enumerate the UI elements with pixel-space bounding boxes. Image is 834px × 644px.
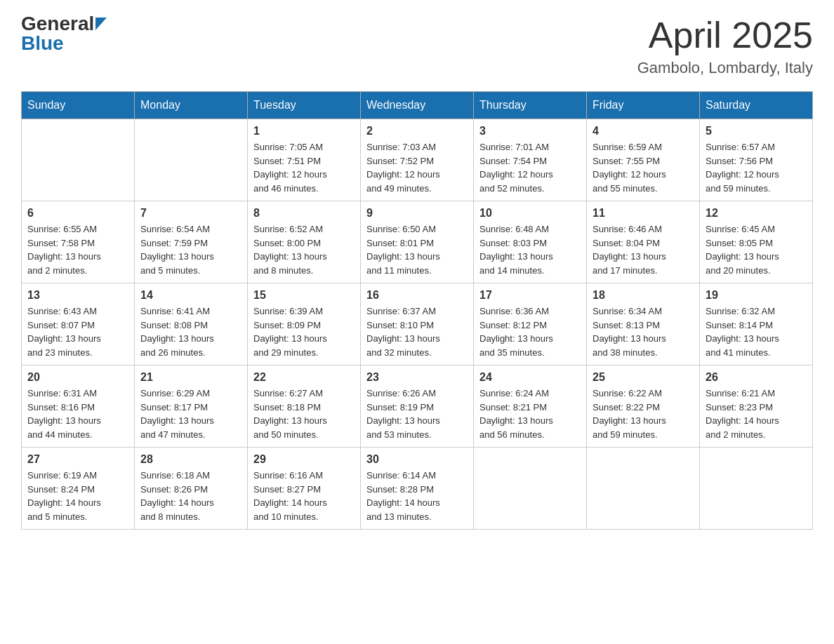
day-info: Sunrise: 6:31 AM Sunset: 8:16 PM Dayligh… bbox=[27, 387, 128, 441]
day-number: 29 bbox=[253, 453, 355, 466]
day-info: Sunrise: 6:16 AM Sunset: 8:27 PM Dayligh… bbox=[253, 469, 355, 523]
calendar-cell: 29Sunrise: 6:16 AM Sunset: 8:27 PM Dayli… bbox=[248, 448, 361, 530]
calendar-cell: 27Sunrise: 6:19 AM Sunset: 8:24 PM Dayli… bbox=[22, 448, 135, 530]
calendar-table: SundayMondayTuesdayWednesdayThursdayFrid… bbox=[21, 91, 813, 530]
day-number: 18 bbox=[593, 289, 694, 302]
day-info: Sunrise: 6:43 AM Sunset: 8:07 PM Dayligh… bbox=[27, 304, 128, 359]
calendar-cell: 14Sunrise: 6:41 AM Sunset: 8:08 PM Dayli… bbox=[135, 283, 248, 365]
calendar-cell: 11Sunrise: 6:46 AM Sunset: 8:04 PM Dayli… bbox=[587, 201, 700, 283]
day-info: Sunrise: 6:14 AM Sunset: 8:28 PM Dayligh… bbox=[366, 469, 468, 523]
weekday-header-thursday: Thursday bbox=[474, 92, 587, 119]
calendar-cell: 25Sunrise: 6:22 AM Sunset: 8:22 PM Dayli… bbox=[587, 365, 700, 448]
day-info: Sunrise: 6:26 AM Sunset: 8:19 PM Dayligh… bbox=[366, 387, 468, 441]
logo-general-text: General bbox=[21, 14, 94, 34]
day-info: Sunrise: 6:18 AM Sunset: 8:26 PM Dayligh… bbox=[140, 469, 241, 523]
day-info: Sunrise: 6:57 AM Sunset: 7:56 PM Dayligh… bbox=[706, 140, 807, 195]
calendar-cell: 7Sunrise: 6:54 AM Sunset: 7:59 PM Daylig… bbox=[135, 201, 248, 283]
weekday-header-saturday: Saturday bbox=[700, 92, 813, 119]
calendar-cell: 24Sunrise: 6:24 AM Sunset: 8:21 PM Dayli… bbox=[474, 365, 587, 448]
calendar-cell: 9Sunrise: 6:50 AM Sunset: 8:01 PM Daylig… bbox=[361, 201, 474, 283]
calendar-cell: 19Sunrise: 6:32 AM Sunset: 8:14 PM Dayli… bbox=[700, 283, 813, 365]
day-info: Sunrise: 6:45 AM Sunset: 8:05 PM Dayligh… bbox=[706, 222, 807, 277]
day-info: Sunrise: 6:48 AM Sunset: 8:03 PM Dayligh… bbox=[479, 222, 581, 277]
day-info: Sunrise: 6:54 AM Sunset: 7:59 PM Dayligh… bbox=[140, 222, 241, 277]
day-number: 22 bbox=[253, 371, 355, 384]
day-number: 25 bbox=[593, 371, 694, 384]
day-number: 30 bbox=[366, 453, 468, 466]
logo: General Blue bbox=[21, 14, 107, 53]
day-number: 9 bbox=[366, 207, 468, 220]
day-info: Sunrise: 6:22 AM Sunset: 8:22 PM Dayligh… bbox=[593, 387, 694, 441]
calendar-subtitle: Gambolo, Lombardy, Italy bbox=[637, 59, 813, 77]
day-number: 10 bbox=[479, 207, 581, 220]
calendar-cell bbox=[22, 119, 135, 201]
calendar-cell: 18Sunrise: 6:34 AM Sunset: 8:13 PM Dayli… bbox=[587, 283, 700, 365]
day-number: 14 bbox=[140, 289, 241, 302]
calendar-week-row: 13Sunrise: 6:43 AM Sunset: 8:07 PM Dayli… bbox=[22, 283, 813, 365]
calendar-week-row: 20Sunrise: 6:31 AM Sunset: 8:16 PM Dayli… bbox=[22, 365, 813, 448]
calendar-cell: 3Sunrise: 7:01 AM Sunset: 7:54 PM Daylig… bbox=[474, 119, 587, 201]
day-info: Sunrise: 6:37 AM Sunset: 8:10 PM Dayligh… bbox=[366, 304, 468, 359]
day-number: 27 bbox=[27, 453, 128, 466]
calendar-cell: 21Sunrise: 6:29 AM Sunset: 8:17 PM Dayli… bbox=[135, 365, 248, 448]
calendar-cell bbox=[474, 448, 587, 530]
day-info: Sunrise: 7:01 AM Sunset: 7:54 PM Dayligh… bbox=[479, 140, 581, 195]
weekday-header-row: SundayMondayTuesdayWednesdayThursdayFrid… bbox=[22, 92, 813, 119]
day-info: Sunrise: 6:21 AM Sunset: 8:23 PM Dayligh… bbox=[706, 387, 807, 441]
calendar-cell bbox=[135, 119, 248, 201]
calendar-cell: 4Sunrise: 6:59 AM Sunset: 7:55 PM Daylig… bbox=[587, 119, 700, 201]
day-number: 23 bbox=[366, 371, 468, 384]
calendar-week-row: 1Sunrise: 7:05 AM Sunset: 7:51 PM Daylig… bbox=[22, 119, 813, 201]
weekday-header-monday: Monday bbox=[135, 92, 248, 119]
calendar-cell: 23Sunrise: 6:26 AM Sunset: 8:19 PM Dayli… bbox=[361, 365, 474, 448]
day-number: 13 bbox=[27, 289, 128, 302]
day-number: 21 bbox=[140, 371, 241, 384]
calendar-cell: 5Sunrise: 6:57 AM Sunset: 7:56 PM Daylig… bbox=[700, 119, 813, 201]
day-number: 7 bbox=[140, 207, 241, 220]
weekday-header-friday: Friday bbox=[587, 92, 700, 119]
day-number: 12 bbox=[706, 207, 807, 220]
calendar-cell: 28Sunrise: 6:18 AM Sunset: 8:26 PM Dayli… bbox=[135, 448, 248, 530]
day-number: 26 bbox=[706, 371, 807, 384]
day-number: 3 bbox=[479, 125, 581, 137]
day-info: Sunrise: 6:36 AM Sunset: 8:12 PM Dayligh… bbox=[479, 304, 581, 359]
calendar-title: April 2025 bbox=[637, 14, 813, 56]
day-number: 8 bbox=[253, 207, 355, 220]
logo-blue-text: Blue bbox=[21, 32, 64, 54]
calendar-cell: 2Sunrise: 7:03 AM Sunset: 7:52 PM Daylig… bbox=[361, 119, 474, 201]
weekday-header-tuesday: Tuesday bbox=[248, 92, 361, 119]
day-number: 16 bbox=[366, 289, 468, 302]
weekday-header-sunday: Sunday bbox=[22, 92, 135, 119]
day-info: Sunrise: 7:05 AM Sunset: 7:51 PM Dayligh… bbox=[253, 140, 355, 195]
day-info: Sunrise: 6:32 AM Sunset: 8:14 PM Dayligh… bbox=[706, 304, 807, 359]
page-header: General Blue April 2025 Gambolo, Lombard… bbox=[21, 14, 813, 77]
day-info: Sunrise: 6:29 AM Sunset: 8:17 PM Dayligh… bbox=[140, 387, 241, 441]
day-info: Sunrise: 6:19 AM Sunset: 8:24 PM Dayligh… bbox=[27, 469, 128, 523]
calendar-week-row: 6Sunrise: 6:55 AM Sunset: 7:58 PM Daylig… bbox=[22, 201, 813, 283]
day-number: 15 bbox=[253, 289, 355, 302]
calendar-cell bbox=[587, 448, 700, 530]
calendar-cell: 20Sunrise: 6:31 AM Sunset: 8:16 PM Dayli… bbox=[22, 365, 135, 448]
day-info: Sunrise: 6:52 AM Sunset: 8:00 PM Dayligh… bbox=[253, 222, 355, 277]
day-number: 19 bbox=[706, 289, 807, 302]
day-number: 20 bbox=[27, 371, 128, 384]
calendar-cell: 17Sunrise: 6:36 AM Sunset: 8:12 PM Dayli… bbox=[474, 283, 587, 365]
title-section: April 2025 Gambolo, Lombardy, Italy bbox=[637, 14, 813, 77]
calendar-cell: 30Sunrise: 6:14 AM Sunset: 8:28 PM Dayli… bbox=[361, 448, 474, 530]
calendar-cell: 22Sunrise: 6:27 AM Sunset: 8:18 PM Dayli… bbox=[248, 365, 361, 448]
day-info: Sunrise: 6:59 AM Sunset: 7:55 PM Dayligh… bbox=[593, 140, 694, 195]
calendar-cell bbox=[700, 448, 813, 530]
calendar-cell: 26Sunrise: 6:21 AM Sunset: 8:23 PM Dayli… bbox=[700, 365, 813, 448]
day-info: Sunrise: 6:50 AM Sunset: 8:01 PM Dayligh… bbox=[366, 222, 468, 277]
day-number: 17 bbox=[479, 289, 581, 302]
day-number: 6 bbox=[27, 207, 128, 220]
calendar-cell: 12Sunrise: 6:45 AM Sunset: 8:05 PM Dayli… bbox=[700, 201, 813, 283]
day-info: Sunrise: 7:03 AM Sunset: 7:52 PM Dayligh… bbox=[366, 140, 468, 195]
calendar-cell: 1Sunrise: 7:05 AM Sunset: 7:51 PM Daylig… bbox=[248, 119, 361, 201]
calendar-week-row: 27Sunrise: 6:19 AM Sunset: 8:24 PM Dayli… bbox=[22, 448, 813, 530]
day-number: 24 bbox=[479, 371, 581, 384]
day-number: 11 bbox=[593, 207, 694, 220]
day-info: Sunrise: 6:34 AM Sunset: 8:13 PM Dayligh… bbox=[593, 304, 694, 359]
calendar-cell: 15Sunrise: 6:39 AM Sunset: 8:09 PM Dayli… bbox=[248, 283, 361, 365]
calendar-cell: 13Sunrise: 6:43 AM Sunset: 8:07 PM Dayli… bbox=[22, 283, 135, 365]
